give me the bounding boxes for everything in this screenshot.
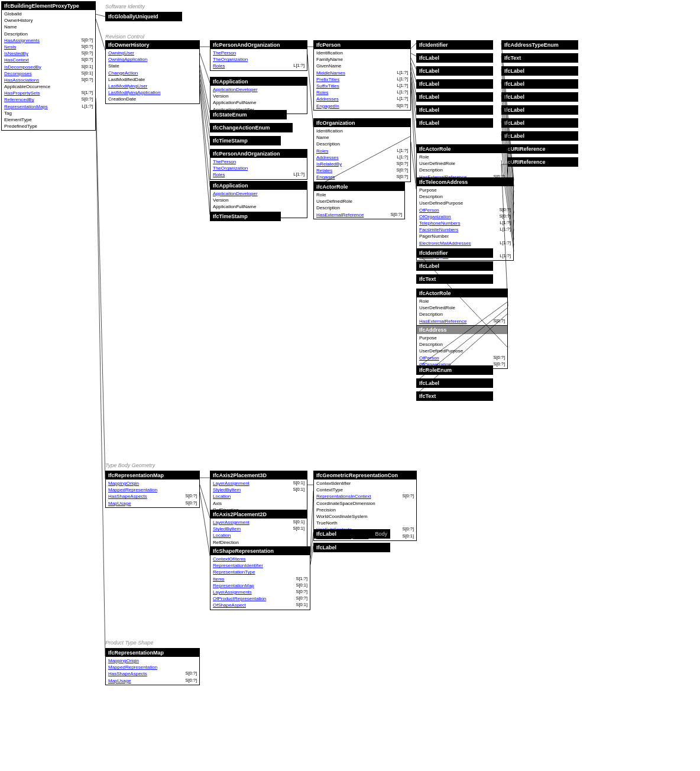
application1-box: IfcApplication ApplicationDeveloper Vers…: [210, 77, 307, 114]
label10-header: IfcLabel: [502, 106, 578, 114]
diagram-container: Software Identity Revision Control Type …: [0, 0, 700, 771]
person-and-org2-box: IfcPersonAndOrganization ThePerson TheOr…: [210, 149, 307, 180]
svg-line-6: [411, 53, 416, 56]
application1-body: ApplicationDeveloper Version Application…: [210, 86, 307, 114]
identifier1-box: IfcIdentifier: [416, 40, 493, 50]
actor-role3-box: IfcActorRole Role UserDefinedRole Descri…: [313, 182, 405, 219]
person-and-org2-body: ThePerson TheOrganization RolesL[1:?]: [210, 158, 307, 179]
label13-header: IfcLabel: [417, 262, 492, 270]
label4-header: IfcLabel: [417, 93, 492, 101]
svg-line-33: [200, 89, 210, 215]
shape-repr-body: ContextOfItems RepresentationIdentifier …: [210, 555, 310, 610]
label-body-box: IfcLabelBody: [313, 529, 390, 539]
label-repr-box: IfcLabel: [313, 543, 390, 552]
globally-unique-id-header: IfcGloballyUniqueId: [106, 12, 182, 21]
svg-line-13: [411, 86, 416, 183]
label1-header: IfcLabel: [417, 54, 492, 62]
axis2-2d-box: IfcAxis2Placement2D LayerAssignmentS[0:1…: [210, 510, 307, 547]
axis2-3d-body: LayerAssignmentS[0:1] StyledByItemS[0:1]…: [210, 480, 307, 514]
uri-ref1-box: IfcURIReference: [501, 144, 578, 154]
axis2-2d-header: IfcAxis2Placement2D: [210, 510, 307, 519]
telecom-address-header: IfcTelecomAddress: [417, 178, 513, 186]
section-software-identity: Software Identity: [105, 4, 145, 9]
label10-box: IfcLabel: [501, 105, 578, 115]
person-and-org1-header: IfcPersonAndOrganization: [210, 41, 307, 49]
person-box: IfcPerson Identification FamilyName Give…: [313, 40, 411, 111]
globally-unique-id-box: IfcGloballyUniqueId: [105, 12, 182, 21]
axis2-3d-box: IfcAxis2Placement3D LayerAssignmentS[0:1…: [210, 471, 307, 514]
person-and-org2-header: IfcPersonAndOrganization: [210, 150, 307, 158]
text1-box: IfcText: [501, 53, 578, 63]
text3-box: IfcText: [416, 391, 493, 401]
main-class-header: IfcBuildingElementProxyType: [2, 2, 95, 10]
label9-box: IfcLabel: [501, 92, 578, 102]
owner-history-header: IfcOwnerHistory: [106, 41, 199, 49]
actor-role2-body: Role UserDefinedRole Description HasExte…: [417, 297, 507, 325]
repr-map2-body: MappingOrigin MappedRepresentation HasSh…: [106, 657, 199, 685]
text2-header: IfcText: [417, 275, 492, 283]
svg-line-0: [96, 14, 105, 17]
organization-header: IfcOrganization: [314, 119, 410, 127]
text3-header: IfcText: [417, 392, 492, 400]
timestamp1-box: IfcTimeStamp: [210, 136, 281, 145]
actor-role1-header: IfcActorRole: [417, 145, 507, 153]
identifier2-box: IfcIdentifier: [416, 248, 493, 258]
label11-header: IfcLabel: [502, 119, 578, 127]
section-type-body-geometry: Type Body Geometry: [105, 462, 155, 468]
label4-box: IfcLabel: [416, 92, 493, 102]
state-enum-box: IfcStateEnum: [210, 110, 287, 119]
label5-header: IfcLabel: [417, 106, 492, 114]
label14-box: IfcLabel: [416, 378, 493, 388]
svg-line-31: [200, 79, 210, 155]
main-class-box: IfcBuildingElementProxyType GlobalId Own…: [1, 1, 96, 131]
label8-header: IfcLabel: [502, 80, 578, 88]
svg-line-11: [411, 77, 416, 121]
state-enum-header: IfcStateEnum: [210, 111, 286, 119]
application1-header: IfcApplication: [210, 77, 307, 86]
repr-map2-box: IfcRepresentationMap MappingOrigin Mappe…: [105, 648, 200, 685]
svg-line-3: [200, 53, 210, 83]
label7-box: IfcLabel: [501, 66, 578, 76]
svg-line-28: [200, 65, 210, 113]
svg-line-12: [411, 82, 416, 147]
svg-line-5: [411, 43, 416, 48]
label13-box: IfcLabel: [416, 261, 493, 271]
role-enum-box: IfcRoleEnum: [416, 365, 493, 375]
label12-header: IfcLabel: [502, 132, 578, 140]
role-enum-header: IfcRoleEnum: [417, 366, 492, 374]
owner-history-body: OwningUser OwningApplication State Chang…: [106, 49, 199, 103]
address-body: Purpose Description UserDefinedPurpose O…: [417, 334, 507, 368]
label2-box: IfcLabel: [416, 66, 493, 76]
address-type-enum-box: IfcAddressTypeEnum: [501, 40, 578, 50]
timestamp2-box: IfcTimeStamp: [210, 212, 281, 221]
actor-role2-box: IfcActorRole Role UserDefinedRole Descri…: [416, 289, 508, 326]
address-header: IfcAddress: [417, 326, 507, 334]
svg-line-29: [200, 70, 210, 126]
actor-role3-body: Role UserDefinedRole Description HasExte…: [314, 191, 404, 219]
timestamp1-header: IfcTimeStamp: [210, 137, 280, 145]
actor-role3-header: IfcActorRole: [314, 183, 404, 191]
svg-line-41: [200, 485, 210, 518]
repr-map2-header: IfcRepresentationMap: [106, 649, 199, 657]
label9-header: IfcLabel: [502, 93, 578, 101]
actor-role1-body: Role UserDefinedRole Description HasExte…: [417, 153, 507, 181]
uri-ref2-box: IfcURIReference: [501, 157, 578, 167]
svg-line-7: [411, 58, 416, 69]
identifier2-header: IfcIdentifier: [417, 249, 492, 257]
person-header: IfcPerson: [314, 41, 410, 49]
label1-box: IfcLabel: [416, 53, 493, 63]
label-repr-header: IfcLabel: [314, 543, 390, 552]
svg-line-9: [411, 67, 416, 95]
label-body-header: IfcLabelBody: [314, 530, 390, 538]
shape-repr-header: IfcShapeRepresentation: [210, 547, 310, 555]
svg-line-10: [411, 72, 416, 108]
label5-box: IfcLabel: [416, 105, 493, 115]
uri-ref1-header: IfcURIReference: [502, 145, 578, 153]
label2-header: IfcLabel: [417, 67, 492, 75]
label3-box: IfcLabel: [416, 79, 493, 89]
axis2-3d-header: IfcAxis2Placement3D: [210, 471, 307, 480]
label6-box: IfcLabel: [416, 118, 493, 128]
label7-header: IfcLabel: [502, 67, 578, 75]
axis2-2d-body: LayerAssignmentS[0:1] StyledByItemS[0:1]…: [210, 519, 307, 546]
owner-history-box: IfcOwnerHistory OwningUser OwningApplica…: [105, 40, 200, 104]
